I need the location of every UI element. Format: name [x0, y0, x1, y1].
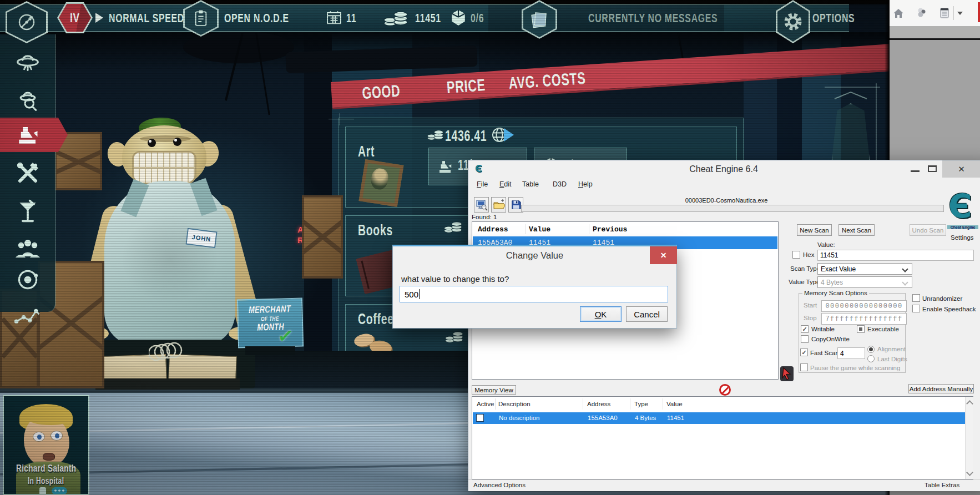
- sidebar-item-bar[interactable]: [16, 198, 40, 224]
- executable-label: Executable: [867, 326, 899, 332]
- home-icon[interactable]: [893, 8, 904, 18]
- next-scan-button[interactable]: Next Scan: [838, 224, 875, 236]
- bottle-chevron: [832, 90, 869, 100]
- ce-logo[interactable]: Є Cheat Engine: [947, 194, 978, 235]
- dialog-title-bar[interactable]: Change Value ✕: [393, 246, 676, 265]
- speedhack-checkbox[interactable]: [912, 305, 920, 312]
- minimize-button[interactable]: [907, 160, 923, 178]
- hex-checkbox[interactable]: [792, 251, 800, 259]
- address-row-address: 155A53A0: [588, 415, 618, 421]
- portrait-status: In Hospital: [4, 476, 88, 486]
- copyonwrite-checkbox[interactable]: [801, 335, 809, 343]
- play-icon[interactable]: [95, 13, 103, 23]
- undo-scan-button[interactable]: Undo Scan: [910, 224, 946, 236]
- art-item-paint: [370, 167, 390, 190]
- writable-checkbox[interactable]: ✓: [801, 325, 809, 333]
- fast-scan-checkbox[interactable]: ✓: [800, 348, 808, 356]
- ok-button[interactable]: OK: [580, 306, 622, 322]
- new-scan-button[interactable]: New Scan: [797, 224, 832, 236]
- options-label: OPTIONS: [812, 11, 871, 26]
- notes-icon[interactable]: [939, 7, 949, 19]
- sidebar-item-scan[interactable]: [16, 88, 40, 112]
- merchant-grin: [132, 151, 196, 184]
- address-list-scrollbar[interactable]: [965, 397, 973, 479]
- change-value-dialog: Change Value ✕ what value to change this…: [392, 245, 677, 329]
- merchant-eye: [173, 138, 181, 146]
- merchant-of-month-sign: MERCHANT OF THE MONTH ✓: [237, 297, 304, 348]
- addr-header-description[interactable]: Description: [498, 401, 531, 407]
- start-input[interactable]: 0000000000000000: [821, 300, 907, 312]
- fast-scan-value-input[interactable]: 4: [837, 347, 865, 359]
- settings-label[interactable]: Settings: [951, 234, 974, 241]
- stop-input[interactable]: 7fffffffffffffff: [821, 313, 907, 325]
- addr-header-value[interactable]: Value: [666, 401, 683, 407]
- unrandomizer-checkbox[interactable]: [912, 294, 920, 302]
- close-icon: ✕: [660, 251, 667, 260]
- speed-stage: IV: [68, 10, 82, 26]
- menu-table[interactable]: Table: [522, 180, 539, 188]
- ce-logo-glyph: Є: [948, 190, 972, 223]
- sidebar-item-ship[interactable]: [16, 49, 40, 73]
- art-item-image: [358, 159, 403, 207]
- scroll-up-icon[interactable]: [966, 400, 973, 407]
- calendar-icon: [326, 10, 342, 25]
- background-line: [890, 38, 980, 40]
- value-type-dropdown[interactable]: 4 Bytes: [817, 276, 912, 288]
- addr-header-active[interactable]: Active: [477, 401, 494, 407]
- crew-portrait-card[interactable]: Richard Salanth In Hospital: [3, 395, 89, 495]
- scan-value-input[interactable]: 11451: [817, 250, 974, 261]
- table-extras-link[interactable]: Table Extras: [925, 482, 959, 488]
- sidebar-item-starmap[interactable]: [13, 302, 42, 328]
- address-row-description: No description: [499, 415, 540, 421]
- executable-checkbox[interactable]: [857, 325, 865, 333]
- close-button[interactable]: ✕: [942, 160, 980, 178]
- sidebar-item-crew[interactable]: [14, 235, 41, 260]
- address-active-checkbox[interactable]: [476, 414, 484, 422]
- menu-d3d[interactable]: D3D: [553, 180, 567, 188]
- dialog-value-input[interactable]: 500: [400, 286, 668, 302]
- add-address-manually-button[interactable]: Add Address Manually: [908, 384, 974, 393]
- people-icon[interactable]: [916, 7, 928, 19]
- sidebar-item-system[interactable]: [16, 267, 40, 292]
- cancel-button[interactable]: Cancel: [626, 306, 668, 322]
- found-header-value[interactable]: Value: [529, 225, 550, 234]
- advanced-options-link[interactable]: Advanced Options: [473, 482, 526, 488]
- last-digits-radio[interactable]: [867, 355, 875, 362]
- portrait-name: Richard Salanth: [4, 463, 88, 474]
- panel-tick: [329, 119, 354, 119]
- menu-file[interactable]: File: [477, 180, 488, 188]
- dialog-prompt: what value to change this to?: [401, 274, 509, 284]
- found-header-address[interactable]: Address: [478, 225, 508, 234]
- screen: GOOD PRICE AVG. COSTS Art 1436.41 11/15 …: [0, 0, 980, 495]
- open-table-button[interactable]: [491, 197, 506, 213]
- addr-header-address[interactable]: Address: [587, 401, 610, 407]
- sidebar-item-repair[interactable]: [14, 160, 41, 186]
- alignment-label: Alignment: [877, 346, 906, 352]
- memory-view-button[interactable]: Memory View: [472, 385, 516, 395]
- found-header-previous[interactable]: Previous: [593, 225, 627, 234]
- credits-counter: 11451: [415, 11, 451, 26]
- cargo-counter: 0/6: [471, 11, 489, 26]
- addr-header-type[interactable]: Type: [634, 401, 648, 407]
- scan-type-dropdown[interactable]: Exact Value: [817, 263, 912, 275]
- crate: [302, 195, 343, 279]
- maximize-button[interactable]: [925, 160, 941, 178]
- column-header-price: PRICE: [446, 74, 501, 97]
- pause-game-checkbox[interactable]: [800, 363, 808, 371]
- messages-status: CURRENTLY NO MESSAGES: [588, 11, 768, 26]
- dialog-title: Change Value: [393, 250, 676, 261]
- chevron-down-icon[interactable]: [957, 12, 963, 15]
- sidebar-item-trade-selected[interactable]: [0, 118, 68, 152]
- ce-menu-bar: File Edit Table D3D Help: [468, 179, 980, 192]
- copyonwrite-label: CopyOnWrite: [811, 336, 850, 342]
- select-process-button[interactable]: [474, 197, 489, 213]
- dialog-close-button[interactable]: ✕: [650, 246, 677, 264]
- deco-line: [825, 87, 880, 88]
- address-row-selected[interactable]: No description 155A53A0 4 Bytes 11451: [473, 412, 965, 424]
- ce-title-bar[interactable]: Є Cheat Engine 6.4 ✕: [468, 160, 980, 178]
- address-list[interactable]: Active Description Address Type Value No…: [472, 396, 973, 479]
- scroll-down-icon[interactable]: [966, 469, 973, 476]
- alignment-radio[interactable]: [867, 346, 875, 353]
- menu-help[interactable]: Help: [578, 180, 593, 188]
- menu-edit[interactable]: Edit: [499, 180, 512, 188]
